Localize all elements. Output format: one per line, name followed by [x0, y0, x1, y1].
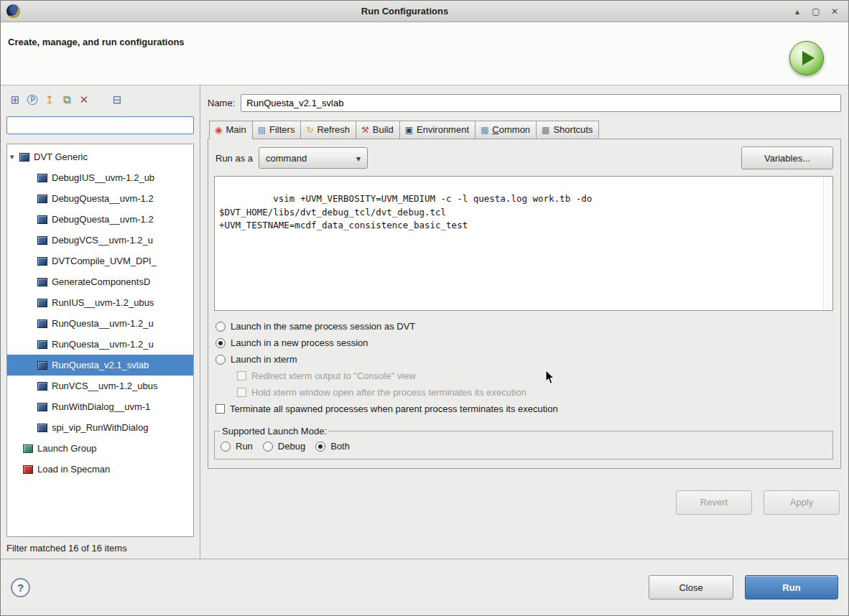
titlebar[interactable]: Run Configurations ▴▢✕ [1, 1, 848, 22]
tab-label: Common [492, 124, 530, 135]
revert-button[interactable]: Revert [676, 490, 752, 515]
config-icon [37, 236, 47, 245]
tree-item[interactable]: RunQuesta__uvm-1.2_u [7, 334, 193, 355]
configuration-detail: Name: ◉Main▤Filters↻Refresh⚒Build▣Enviro… [200, 85, 848, 559]
collapse-all-icon[interactable]: ⊟ [108, 92, 126, 108]
tab-environment[interactable]: ▣Environment [399, 121, 475, 139]
tree-item[interactable]: RunVCS__uvm-1.2_ubus [7, 375, 193, 396]
run-as-combo-value: command [266, 153, 356, 164]
tree-item-label: RunQuesta__uvm-1.2_u [52, 339, 154, 350]
run-badge-icon [789, 41, 824, 75]
sidebar-toolbar: ⊞Ⓟ↥⧉✕⊟ [6, 91, 194, 108]
radio-icon[interactable] [221, 442, 231, 452]
config-icon [37, 299, 47, 307]
maximize-button[interactable]: ▢ [808, 4, 824, 18]
checkbox-icon [237, 371, 246, 381]
radio-icon[interactable] [215, 338, 226, 348]
tab-label: Environment [417, 124, 469, 135]
command-textarea[interactable]: vsim +UVM_VERBOSITY=UVM_MEDIUM -c -l que… [214, 176, 833, 311]
duplicate-icon[interactable]: ⧉ [58, 92, 75, 108]
radio-option[interactable]: Launch in xterm [214, 351, 833, 368]
tab-main[interactable]: ◉Main [209, 121, 253, 139]
tree-item-specman[interactable]: Load in Specman [7, 459, 193, 480]
config-icon [37, 361, 47, 370]
tab-filters[interactable]: ▤Filters [252, 121, 302, 139]
radio-option[interactable]: Both [315, 439, 350, 453]
terminate-option-label: Terminate all spawned processes when par… [230, 403, 558, 414]
radio-option[interactable]: Run [221, 439, 253, 453]
config-icon [37, 278, 47, 286]
run-button[interactable]: Run [745, 575, 838, 599]
export-icon[interactable]: ↥ [41, 92, 58, 108]
tab-build[interactable]: ⚒Build [356, 121, 400, 139]
radio-label: Debug [278, 441, 305, 452]
command-scrollbar[interactable] [823, 177, 832, 310]
tree-item[interactable]: DebugQuesta__uvm-1.2 [7, 188, 193, 209]
name-input[interactable] [241, 94, 841, 112]
run-as-combo[interactable]: command [259, 147, 368, 169]
tab-refresh[interactable]: ↻Refresh [300, 121, 356, 139]
tree-item[interactable]: GenerateComponentsD [7, 271, 193, 292]
tab-common[interactable]: ▦Common [475, 121, 537, 139]
tree-item[interactable]: RunWithDialog__uvm-1 [7, 396, 193, 417]
tree-item-label: RunWithDialog__uvm-1 [52, 401, 150, 412]
delete-icon[interactable]: ✕ [75, 92, 93, 108]
radio-option[interactable]: Launch in the same process session as DV… [214, 318, 833, 335]
main-tab-icon: ◉ [215, 126, 222, 134]
close-button[interactable]: Close [649, 575, 733, 599]
config-tree[interactable]: DVT GenericDebugIUS__uvm-1.2_ubDebugQues… [6, 144, 194, 537]
build-tab-icon: ⚒ [361, 126, 369, 134]
tree-item-label: Load in Specman [37, 464, 110, 475]
app-icon [6, 4, 20, 18]
radio-icon[interactable] [215, 355, 226, 365]
tree-item-label: DebugQuesta__uvm-1.2 [52, 214, 154, 225]
window-title: Run Configurations [20, 6, 789, 17]
new-config-icon[interactable]: ⊞ [6, 92, 24, 108]
radio-option[interactable]: Debug [263, 439, 305, 453]
config-icon [37, 319, 47, 328]
apply-button[interactable]: Apply [764, 490, 840, 515]
close-button[interactable]: ✕ [827, 4, 843, 18]
radio-icon[interactable] [215, 322, 226, 332]
radio-option[interactable]: Launch in a new process session [214, 335, 833, 351]
tree-root-dvt-generic[interactable]: DVT Generic [7, 146, 193, 167]
shade-button[interactable]: ▴ [789, 4, 805, 18]
variables-button[interactable]: Variables... [741, 146, 833, 169]
tree-item[interactable]: DVTCompile_UVM_DPI_ [7, 251, 193, 271]
config-icon [37, 382, 47, 391]
radio-icon[interactable] [263, 442, 273, 452]
tree-item[interactable]: DebugVCS__uvm-1.2_u [7, 230, 193, 251]
tree-item[interactable]: RunQuesta__uvm-1.2_u [7, 313, 193, 334]
radio-icon[interactable] [315, 442, 325, 452]
tree-item[interactable]: RunQuesta_v2.1_svlab [7, 355, 193, 375]
tree-item[interactable]: DebugIUS__uvm-1.2_ub [7, 167, 193, 188]
tree-item[interactable]: DebugQuesta__uvm-1.2 [7, 209, 193, 230]
checkbox-option: Redirect xterm output to "Console" view [236, 368, 833, 384]
run-as-row: Run as a command Variables... [214, 146, 833, 169]
checkbox-icon[interactable] [215, 404, 225, 414]
launch-mode-options: RunDebugBoth [221, 437, 825, 454]
tab-shortcuts[interactable]: ▩Shortcuts [536, 121, 599, 139]
tree-item[interactable]: RunIUS__uvm-1.2_ubus [7, 292, 193, 313]
tab-label: Build [373, 124, 394, 135]
main-tab-panel: Run as a command Variables... vsim +UVM_… [208, 139, 841, 469]
command-text: vsim +UVM_VERBOSITY=UVM_MEDIUM -c -l que… [219, 193, 592, 231]
tab-label: Main [226, 124, 246, 135]
tree-item-label: RunIUS__uvm-1.2_ubus [52, 297, 154, 308]
tree-item[interactable]: spi_vip_RunWithDialog [7, 417, 193, 438]
filter-input[interactable] [6, 116, 194, 134]
launch-mode-group: Supported Launch Mode: RunDebugBoth [214, 426, 833, 459]
help-button[interactable]: ? [11, 578, 30, 597]
tab-bar: ◉Main▤Filters↻Refresh⚒Build▣Environment▦… [208, 121, 841, 139]
environment-tab-icon: ▣ [405, 126, 413, 134]
tree-item-label: DVT Generic [34, 151, 88, 162]
radio-label: Launch in xterm [231, 354, 297, 365]
terminate-option[interactable]: Terminate all spawned processes when par… [214, 401, 833, 417]
config-icon [37, 340, 47, 349]
expander-icon[interactable] [10, 152, 19, 162]
radio-label: Run [236, 441, 253, 452]
new-prototype-icon[interactable]: Ⓟ [24, 92, 41, 108]
tree-item-launch-group[interactable]: Launch Group [7, 438, 193, 459]
config-icon [37, 403, 47, 411]
tree-item-label: GenerateComponentsD [52, 276, 150, 287]
